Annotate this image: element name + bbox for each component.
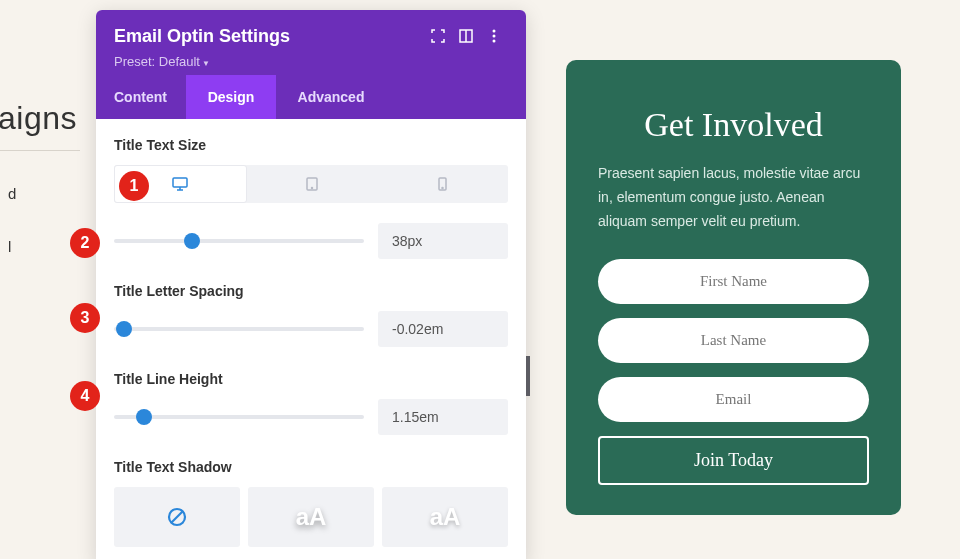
annotation-marker-2: 2: [70, 228, 100, 258]
slider-thumb[interactable]: [136, 409, 152, 425]
device-tablet[interactable]: [247, 165, 378, 203]
more-icon[interactable]: [480, 22, 508, 50]
value-title-letter-spacing[interactable]: -0.02em: [378, 311, 508, 347]
preset-selector[interactable]: Preset: Default▼: [114, 54, 508, 69]
label-title-line-height: Title Line Height: [114, 371, 508, 387]
svg-line-13: [171, 511, 183, 523]
tab-design[interactable]: Design: [186, 75, 276, 119]
svg-point-11: [442, 188, 443, 189]
annotation-marker-3: 3: [70, 303, 100, 333]
shadow-option-2[interactable]: aA: [382, 487, 508, 547]
preview-description: Praesent sapien lacus, molestie vitae ar…: [598, 162, 869, 233]
shadow-option-1[interactable]: aA: [248, 487, 374, 547]
shadow-option-none[interactable]: [114, 487, 240, 547]
label-title-letter-spacing: Title Letter Spacing: [114, 283, 508, 299]
slider-title-text-size[interactable]: [114, 239, 364, 243]
svg-rect-5: [173, 178, 187, 187]
page-side-text-2: l: [8, 238, 11, 255]
tab-content[interactable]: Content: [96, 75, 186, 119]
settings-panel: Email Optin Settings Preset: Default▼ Co…: [96, 10, 526, 559]
svg-point-4: [493, 40, 496, 43]
slider-title-line-height[interactable]: [114, 415, 364, 419]
label-title-text-shadow: Title Text Shadow: [114, 459, 508, 475]
tab-advanced[interactable]: Advanced: [276, 75, 386, 119]
panel-header: Email Optin Settings Preset: Default▼: [96, 10, 526, 75]
preview-title: Get Involved: [598, 106, 869, 144]
preset-label: Preset: Default: [114, 54, 200, 69]
last-name-field[interactable]: Last Name: [598, 318, 869, 363]
focus-icon[interactable]: [424, 22, 452, 50]
email-field[interactable]: Email: [598, 377, 869, 422]
slider-title-letter-spacing[interactable]: [114, 327, 364, 331]
tab-bar: Content Design Advanced: [96, 75, 526, 119]
value-title-text-size[interactable]: 38px: [378, 223, 508, 259]
slider-thumb[interactable]: [184, 233, 200, 249]
resize-handle[interactable]: [526, 356, 530, 396]
value-title-line-height[interactable]: 1.15em: [378, 399, 508, 435]
svg-point-2: [493, 30, 496, 33]
shadow-options: aA aA: [114, 487, 508, 547]
annotation-marker-4: 4: [70, 381, 100, 411]
join-button[interactable]: Join Today: [598, 436, 869, 485]
divider: [0, 150, 80, 151]
first-name-field[interactable]: First Name: [598, 259, 869, 304]
preview-card: Get Involved Praesent sapien lacus, mole…: [566, 60, 901, 515]
page-side-text-1: d: [8, 185, 16, 202]
page-heading-fragment: aigns: [0, 100, 77, 137]
panel-body: Title Text Size 38px Title Letter Spacin…: [96, 119, 526, 559]
split-view-icon[interactable]: [452, 22, 480, 50]
svg-point-9: [312, 188, 313, 189]
label-title-text-size: Title Text Size: [114, 137, 508, 153]
svg-point-3: [493, 35, 496, 38]
chevron-down-icon: ▼: [202, 59, 210, 68]
panel-title: Email Optin Settings: [114, 26, 424, 47]
device-toggle: [114, 165, 508, 203]
annotation-marker-1: 1: [119, 171, 149, 201]
device-phone[interactable]: [377, 165, 508, 203]
slider-thumb[interactable]: [116, 321, 132, 337]
